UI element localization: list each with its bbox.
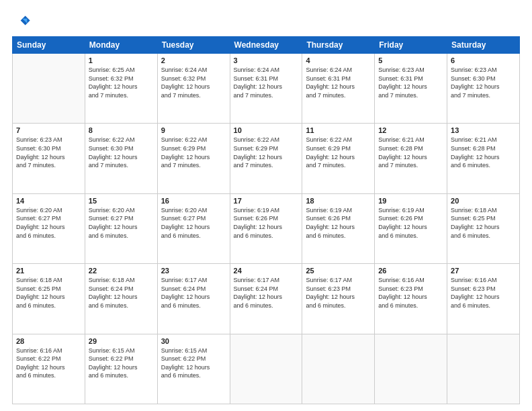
- calendar: SundayMondayTuesdayWednesdayThursdayFrid…: [12, 36, 520, 404]
- day-number: 21: [16, 267, 81, 275]
- day-info: Sunrise: 6:23 AM Sunset: 6:30 PM Dayligh…: [16, 136, 81, 169]
- day-number: 1: [89, 56, 154, 64]
- day-info: Sunrise: 6:20 AM Sunset: 6:27 PM Dayligh…: [16, 206, 81, 240]
- day-cell: [13, 54, 85, 124]
- week-row-2: 7Sunrise: 6:23 AM Sunset: 6:30 PM Daylig…: [13, 124, 520, 193]
- logo-icon: [12, 12, 31, 31]
- day-number: 25: [306, 267, 371, 275]
- day-cell: 4Sunrise: 6:24 AM Sunset: 6:31 PM Daylig…: [302, 54, 375, 124]
- day-info: Sunrise: 6:19 AM Sunset: 6:26 PM Dayligh…: [306, 206, 371, 240]
- day-info: Sunrise: 6:18 AM Sunset: 6:25 PM Dayligh…: [16, 276, 81, 310]
- day-info: Sunrise: 6:22 AM Sunset: 6:29 PM Dayligh…: [161, 136, 226, 169]
- day-number: 14: [16, 197, 81, 205]
- day-cell: 18Sunrise: 6:19 AM Sunset: 6:26 PM Dayli…: [302, 193, 375, 263]
- day-number: 3: [234, 56, 299, 64]
- day-number: 2: [161, 56, 226, 64]
- day-info: Sunrise: 6:22 AM Sunset: 6:29 PM Dayligh…: [306, 136, 371, 169]
- day-info: Sunrise: 6:16 AM Sunset: 6:23 PM Dayligh…: [451, 276, 516, 310]
- col-header-tuesday: Tuesday: [157, 37, 230, 54]
- day-cell: 22Sunrise: 6:18 AM Sunset: 6:24 PM Dayli…: [85, 264, 157, 334]
- day-info: Sunrise: 6:20 AM Sunset: 6:27 PM Dayligh…: [161, 206, 226, 240]
- day-cell: 14Sunrise: 6:20 AM Sunset: 6:27 PM Dayli…: [13, 193, 85, 263]
- col-header-sunday: Sunday: [13, 37, 85, 54]
- day-number: 13: [451, 126, 516, 134]
- day-number: 27: [451, 267, 516, 275]
- day-cell: 1Sunrise: 6:25 AM Sunset: 6:32 PM Daylig…: [85, 54, 157, 124]
- day-cell: 17Sunrise: 6:19 AM Sunset: 6:26 PM Dayli…: [230, 193, 302, 263]
- header-row: SundayMondayTuesdayWednesdayThursdayFrid…: [13, 37, 520, 54]
- day-number: 28: [16, 337, 81, 345]
- day-info: Sunrise: 6:24 AM Sunset: 6:32 PM Dayligh…: [161, 66, 226, 99]
- day-cell: 19Sunrise: 6:19 AM Sunset: 6:26 PM Dayli…: [375, 193, 447, 263]
- day-info: Sunrise: 6:15 AM Sunset: 6:22 PM Dayligh…: [89, 347, 154, 380]
- day-info: Sunrise: 6:23 AM Sunset: 6:30 PM Dayligh…: [451, 66, 516, 99]
- day-number: 8: [89, 126, 154, 134]
- day-info: Sunrise: 6:16 AM Sunset: 6:22 PM Dayligh…: [16, 347, 81, 380]
- day-cell: 20Sunrise: 6:18 AM Sunset: 6:25 PM Dayli…: [447, 193, 520, 263]
- day-number: 23: [161, 267, 226, 275]
- day-cell: 13Sunrise: 6:21 AM Sunset: 6:28 PM Dayli…: [447, 124, 520, 193]
- day-cell: 29Sunrise: 6:15 AM Sunset: 6:22 PM Dayli…: [85, 334, 157, 404]
- day-cell: 23Sunrise: 6:17 AM Sunset: 6:24 PM Dayli…: [157, 264, 230, 334]
- day-cell: 25Sunrise: 6:17 AM Sunset: 6:23 PM Dayli…: [302, 264, 375, 334]
- week-row-1: 1Sunrise: 6:25 AM Sunset: 6:32 PM Daylig…: [13, 54, 520, 124]
- day-info: Sunrise: 6:18 AM Sunset: 6:25 PM Dayligh…: [451, 206, 516, 240]
- day-cell: 2Sunrise: 6:24 AM Sunset: 6:32 PM Daylig…: [157, 54, 230, 124]
- day-info: Sunrise: 6:21 AM Sunset: 6:28 PM Dayligh…: [378, 136, 443, 169]
- day-cell: 16Sunrise: 6:20 AM Sunset: 6:27 PM Dayli…: [157, 193, 230, 263]
- day-cell: [375, 334, 447, 404]
- day-number: 7: [16, 126, 81, 134]
- day-cell: 3Sunrise: 6:24 AM Sunset: 6:31 PM Daylig…: [230, 54, 302, 124]
- day-cell: 5Sunrise: 6:23 AM Sunset: 6:31 PM Daylig…: [375, 54, 447, 124]
- day-cell: 11Sunrise: 6:22 AM Sunset: 6:29 PM Dayli…: [302, 124, 375, 193]
- day-info: Sunrise: 6:20 AM Sunset: 6:27 PM Dayligh…: [89, 206, 154, 240]
- col-header-friday: Friday: [375, 37, 447, 54]
- day-cell: 9Sunrise: 6:22 AM Sunset: 6:29 PM Daylig…: [157, 124, 230, 193]
- day-number: 26: [378, 267, 443, 275]
- day-number: 6: [451, 56, 516, 64]
- day-number: 17: [234, 197, 299, 205]
- day-info: Sunrise: 6:23 AM Sunset: 6:31 PM Dayligh…: [378, 66, 443, 99]
- day-number: 24: [234, 267, 299, 275]
- day-cell: [447, 334, 520, 404]
- col-header-monday: Monday: [85, 37, 157, 54]
- day-info: Sunrise: 6:17 AM Sunset: 6:24 PM Dayligh…: [234, 276, 299, 310]
- day-cell: 6Sunrise: 6:23 AM Sunset: 6:30 PM Daylig…: [447, 54, 520, 124]
- day-number: 22: [89, 267, 154, 275]
- day-cell: 28Sunrise: 6:16 AM Sunset: 6:22 PM Dayli…: [13, 334, 85, 404]
- col-header-wednesday: Wednesday: [230, 37, 302, 54]
- day-cell: 15Sunrise: 6:20 AM Sunset: 6:27 PM Dayli…: [85, 193, 157, 263]
- day-number: 16: [161, 197, 226, 205]
- week-row-3: 14Sunrise: 6:20 AM Sunset: 6:27 PM Dayli…: [13, 193, 520, 263]
- day-info: Sunrise: 6:18 AM Sunset: 6:24 PM Dayligh…: [89, 276, 154, 310]
- day-info: Sunrise: 6:22 AM Sunset: 6:29 PM Dayligh…: [234, 136, 299, 169]
- day-info: Sunrise: 6:15 AM Sunset: 6:22 PM Dayligh…: [161, 347, 226, 380]
- page: SundayMondayTuesdayWednesdayThursdayFrid…: [0, 0, 532, 411]
- day-number: 18: [306, 197, 371, 205]
- day-number: 12: [378, 126, 443, 134]
- day-info: Sunrise: 6:19 AM Sunset: 6:26 PM Dayligh…: [234, 206, 299, 240]
- day-number: 10: [234, 126, 299, 134]
- day-info: Sunrise: 6:25 AM Sunset: 6:32 PM Dayligh…: [89, 66, 154, 99]
- week-row-4: 21Sunrise: 6:18 AM Sunset: 6:25 PM Dayli…: [13, 264, 520, 334]
- day-cell: 26Sunrise: 6:16 AM Sunset: 6:23 PM Dayli…: [375, 264, 447, 334]
- week-row-5: 28Sunrise: 6:16 AM Sunset: 6:22 PM Dayli…: [13, 334, 520, 404]
- day-info: Sunrise: 6:21 AM Sunset: 6:28 PM Dayligh…: [451, 136, 516, 169]
- day-number: 20: [451, 197, 516, 205]
- day-number: 9: [161, 126, 226, 134]
- day-info: Sunrise: 6:24 AM Sunset: 6:31 PM Dayligh…: [306, 66, 371, 99]
- day-number: 15: [89, 197, 154, 205]
- day-cell: 21Sunrise: 6:18 AM Sunset: 6:25 PM Dayli…: [13, 264, 85, 334]
- day-cell: 12Sunrise: 6:21 AM Sunset: 6:28 PM Dayli…: [375, 124, 447, 193]
- day-cell: [230, 334, 302, 404]
- day-info: Sunrise: 6:17 AM Sunset: 6:23 PM Dayligh…: [306, 276, 371, 310]
- day-info: Sunrise: 6:19 AM Sunset: 6:26 PM Dayligh…: [378, 206, 443, 240]
- day-cell: 8Sunrise: 6:22 AM Sunset: 6:30 PM Daylig…: [85, 124, 157, 193]
- day-cell: 30Sunrise: 6:15 AM Sunset: 6:22 PM Dayli…: [157, 334, 230, 404]
- day-number: 5: [378, 56, 443, 64]
- day-cell: 7Sunrise: 6:23 AM Sunset: 6:30 PM Daylig…: [13, 124, 85, 193]
- day-number: 29: [89, 337, 154, 345]
- day-cell: 10Sunrise: 6:22 AM Sunset: 6:29 PM Dayli…: [230, 124, 302, 193]
- logo: [12, 12, 34, 31]
- day-number: 4: [306, 56, 371, 64]
